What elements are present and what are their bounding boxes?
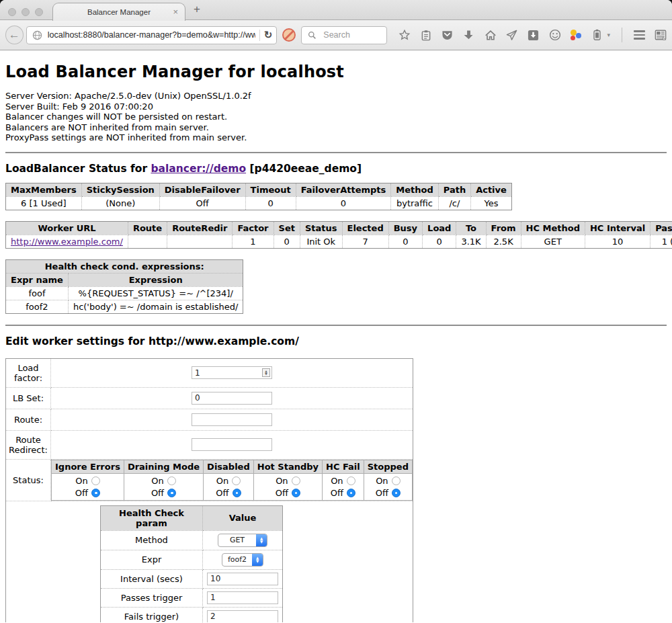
route-row: Route: [6,409,413,430]
disabled-off-radio[interactable] [233,489,241,497]
number-spinner-icon[interactable]: ▲▼ [262,368,270,377]
back-button[interactable]: ← [5,26,24,44]
tab-balancer-manager[interactable]: Balancer Manager × [52,3,185,21]
worker-status-table: Worker URL Route RouteRedir Factor Set S… [5,221,672,249]
extension-dots-icon[interactable] [570,29,582,41]
col-failoverattempts: FailoverAttempts [296,183,391,196]
hc-method-select[interactable]: GET ▲▼ [218,534,267,547]
zoom-window-button[interactable] [35,8,43,16]
hc-interval-input[interactable] [207,573,278,585]
col-expression: Expression [68,273,243,286]
val-route [128,235,167,248]
proxypass-note-line: ProxyPass settings are NOT inherited fro… [5,132,667,143]
route-input[interactable] [192,413,272,426]
divider [5,325,667,326]
hc-fails-input[interactable] [207,610,278,623]
col-disabled: Disabled [204,460,254,473]
battery-icon[interactable] [591,29,603,42]
radio-on-label: On [376,476,388,486]
persist-note-line: Balancer changes will NOT be persisted o… [5,112,667,122]
search-input[interactable] [322,30,382,40]
window-controls[interactable] [8,8,43,16]
val-load: 0 [423,235,456,248]
col-hc-fail: HC Fail [323,460,364,473]
val-maxmembers: 6 [1 Used] [6,196,82,210]
hc-passes-input[interactable] [207,591,278,604]
pocket-icon[interactable] [441,29,454,42]
route-label: Route: [6,409,51,430]
draining-mode-on-radio[interactable] [167,476,176,485]
select-stepper-icon: ▲▼ [256,534,267,546]
val-from: 2.5K [486,235,521,248]
draining-mode-off-radio[interactable] [167,489,176,497]
col-from: From [486,221,521,235]
new-tab-button[interactable]: + [194,3,200,16]
bookmark-star-icon[interactable] [398,29,411,42]
download-arrow-icon[interactable] [462,29,475,42]
page-title: Load Balancer Manager for localhost [5,63,667,81]
worker-url-link[interactable]: http://www.example.com/ [11,237,123,247]
url-bar[interactable]: localhost:8880/balancer-manager?b=demo&w… [26,26,278,44]
table-header-row: Ignore Errors Draining Mode Disabled Hot… [52,460,413,473]
hc-fails-row: Fails trigger) [101,607,283,622]
col-disablefailover: DisableFailover [159,183,245,196]
ignore-errors-off-radio[interactable] [91,489,100,497]
download-square-icon[interactable] [527,29,540,42]
hc-expr-select[interactable]: foof2 ▲▼ [222,553,263,567]
menu-hamburger-icon[interactable] [634,30,645,40]
server-version-line: Server Version: Apache/2.5.0-dev (Unix) … [5,91,667,101]
search-bar[interactable] [301,26,387,44]
radio-on-label: On [276,476,288,486]
hc-method-row: Method GET ▲▼ [101,530,283,550]
val-hc-interval: 10 [585,235,650,248]
dropdown-caret-icon[interactable]: ▾ [607,32,610,38]
balancer-demo-link[interactable]: balancer://demo [151,163,246,175]
home-icon[interactable] [484,29,497,42]
reload-icon[interactable]: ↻ [264,29,273,41]
search-icon [306,29,319,42]
hc-fail-off-radio[interactable] [347,489,355,497]
table-row: http://www.example.com/ 1 0 Init Ok 7 0 … [6,235,672,248]
hc-interval-label: Interval (secs) [101,569,203,588]
minimize-window-button[interactable] [22,8,30,16]
clipboard-icon[interactable] [419,29,432,42]
col-to: To [456,221,486,235]
route-redirect-input[interactable] [192,438,272,451]
hot-standby-on-radio[interactable] [292,476,300,485]
load-factor-input[interactable] [192,366,272,379]
table-header-row: Expr name Expression [6,273,243,286]
table-header-row: Health Check param Value [101,505,283,530]
health-check-expressions-table: Health check cond. expressions: Expr nam… [5,259,243,314]
hc-fail-on-radio[interactable] [347,476,355,485]
val-routeredir [167,235,233,248]
col-path: Path [438,183,470,196]
close-window-button[interactable] [8,8,16,16]
stopped-on-radio[interactable] [392,476,401,485]
col-expr-name: Expr name [6,273,69,286]
val-method: bytraffic [391,196,438,210]
url-text[interactable]: localhost:8880/balancer-manager?b=demo&w… [48,30,255,40]
disabled-on-radio[interactable] [232,476,241,485]
radio-off-label: Off [376,488,388,498]
col-draining-mode: Draining Mode [124,460,203,473]
table-row: 6 [1 Used] (None) Off 0 0 bytraffic /c/ … [6,196,512,210]
send-icon[interactable] [505,29,518,42]
hot-standby-off-radio[interactable] [292,489,300,497]
col-hot-standby: Hot Standby [253,460,322,473]
hc-fails-label: Fails trigger) [101,607,203,622]
lb-set-input[interactable] [192,392,272,405]
val-busy: 0 [388,235,422,248]
lb-set-label: LB Set: [6,387,51,409]
ignore-errors-on-radio[interactable] [91,476,100,485]
newspaper-icon[interactable] [654,29,667,42]
expr-value-foof2: hc('body') =~ /domain is established/ [68,300,243,313]
val-stickysession: (None) [81,196,159,210]
hc-expr-row: Expr foof2 ▲▼ [101,550,283,569]
val-status: Init Ok [300,235,342,248]
content-blocked-icon[interactable] [282,28,296,42]
stopped-off-radio[interactable] [392,489,401,497]
col-stickysession: StickySession [81,183,159,196]
hc-passes-row: Passes trigger [101,588,283,607]
tab-close-icon[interactable]: × [173,7,178,17]
smiley-icon[interactable] [548,29,561,42]
